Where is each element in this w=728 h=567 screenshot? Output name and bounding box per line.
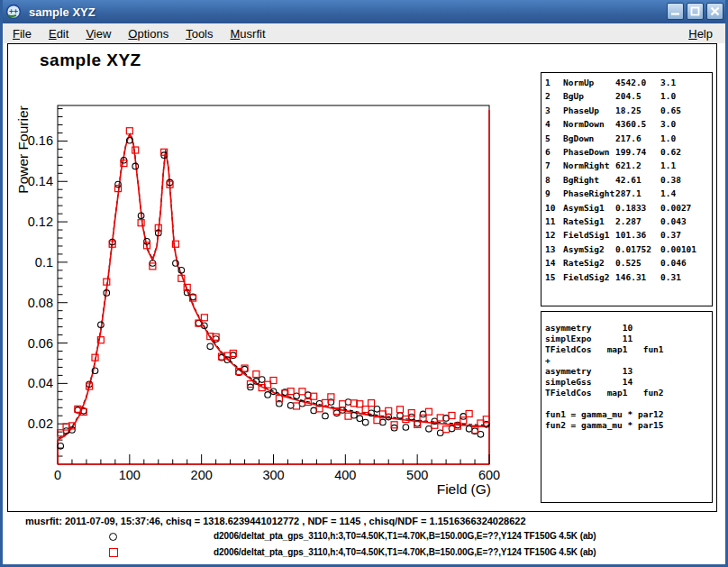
parameter-box: 1NormUp4542.03.12BgUp204.51.03PhaseUp18.… <box>541 72 713 306</box>
menu-item-musrfit[interactable]: Musrfit <box>223 25 273 42</box>
theory-box: asymmetry 10simplExpo 11TFieldCos map1 f… <box>541 311 713 503</box>
fit-stats-line: musrfit: 2011-07-09, 15:37:46, chisq = 1… <box>25 516 526 526</box>
maximize-icon[interactable] <box>687 3 704 20</box>
svg-text:100: 100 <box>119 468 141 482</box>
legend-square-outline-icon <box>109 548 118 557</box>
menu-item-tools[interactable]: Tools <box>178 25 220 42</box>
param-row: 10AsymSig10.18330.0027 <box>545 201 712 215</box>
svg-text:Field (G): Field (G) <box>437 481 491 497</box>
window-controls <box>667 3 723 20</box>
titlebar[interactable]: ++ sample XYZ <box>0 0 728 23</box>
param-row: 9PhaseRight287.11.4 <box>545 187 712 200</box>
menubar: File Edit View Options Tools Musrfit Hel… <box>3 23 725 43</box>
theory-line: + <box>545 355 712 366</box>
svg-text:0.04: 0.04 <box>28 376 53 390</box>
legend-circle-outline-icon <box>109 533 117 541</box>
param-row: 6PhaseDown199.740.62 <box>545 145 712 159</box>
menu-item-view[interactable]: View <box>78 25 118 42</box>
close-icon[interactable] <box>706 3 723 20</box>
menu-item-options[interactable]: Options <box>121 25 176 42</box>
param-row: 8BgRight42.610.38 <box>545 173 712 187</box>
svg-text:0: 0 <box>54 468 61 482</box>
svg-text:0.12: 0.12 <box>28 215 53 229</box>
svg-text:Power Fourier: Power Fourier <box>15 105 31 193</box>
svg-text:400: 400 <box>334 468 356 482</box>
param-row: 11RateSig12.2870.043 <box>545 215 712 228</box>
svg-text:0.1: 0.1 <box>35 255 53 270</box>
svg-text:0.06: 0.06 <box>28 336 53 351</box>
param-row: 13AsymSig20.017520.00101 <box>545 242 712 256</box>
menu-item-edit[interactable]: Edit <box>41 25 76 42</box>
theory-line: TFieldCos map1 fun2 <box>545 388 712 398</box>
minimize-icon[interactable] <box>667 3 684 20</box>
legend-label-h3: d2006/deltat_pta_gps_3110,h:3,T0=4.50K,T… <box>214 531 596 541</box>
theory-line: fun1 = gamma_mu * par12 <box>545 409 712 420</box>
theory-line: simplExpo 11 <box>545 334 712 344</box>
svg-text:0.14: 0.14 <box>28 174 53 188</box>
menu-item-file[interactable]: File <box>5 25 39 42</box>
param-row: 4NormDown4360.53.0 <box>545 117 712 131</box>
svg-text:300: 300 <box>262 468 284 482</box>
app-icon: ++ <box>5 4 22 20</box>
param-row: 14RateSig20.5250.046 <box>545 256 712 270</box>
svg-text:0.08: 0.08 <box>28 296 53 310</box>
root-canvas[interactable]: 01002003004005006000.020.040.060.080.10.… <box>3 43 725 564</box>
theory-line: fun2 = gamma_mu * par15 <box>545 420 712 431</box>
theory-line: asymmetry 13 <box>545 366 712 377</box>
theory-line <box>545 398 712 409</box>
window: ++ sample XYZ File Edit View Options Too… <box>0 0 728 567</box>
param-row: 7NormRight621.21.1 <box>545 159 712 172</box>
fourier-plot[interactable]: 01002003004005006000.020.040.060.080.10.… <box>7 51 537 513</box>
param-row: 15FieldSig2146.310.31 <box>545 270 712 284</box>
svg-text:600: 600 <box>478 468 500 482</box>
svg-text:200: 200 <box>191 468 213 482</box>
canvas-title: sample XYZ <box>40 50 141 70</box>
menu-item-help[interactable]: Help <box>681 25 720 42</box>
window-title: sample XYZ <box>29 5 96 19</box>
param-row: 3PhaseUp18.250.65 <box>545 104 712 117</box>
theory-line: simpleGss 14 <box>545 377 712 388</box>
theory-line: asymmetry 10 <box>545 323 712 334</box>
param-row: 2BgUp204.51.0 <box>545 89 712 103</box>
svg-text:0.16: 0.16 <box>28 133 53 148</box>
svg-text:500: 500 <box>406 468 428 482</box>
param-row: 5BgDown217.61.0 <box>545 132 712 145</box>
legend-label-h4: d2006/deltat_pta_gps_3110,h:4,T0=4.50K,T… <box>214 547 596 557</box>
param-row: 1NormUp4542.03.1 <box>545 76 712 89</box>
param-row: 12FieldSig1101.360.37 <box>545 228 712 242</box>
svg-text:++: ++ <box>9 7 18 16</box>
theory-line: TFieldCos map1 fun1 <box>545 344 712 355</box>
svg-text:0.02: 0.02 <box>28 416 53 431</box>
